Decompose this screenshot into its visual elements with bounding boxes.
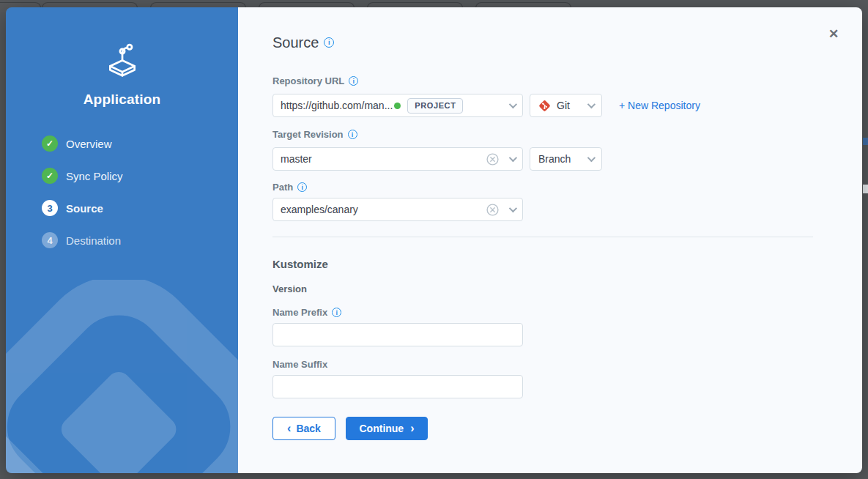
repository-url-input[interactable]: https://github.com/man... PROJECT xyxy=(272,94,523,117)
step-label: Source xyxy=(66,202,103,215)
revision-type-select[interactable]: Branch xyxy=(530,147,602,171)
version-label: Version xyxy=(272,283,862,294)
clear-icon[interactable] xyxy=(486,153,499,166)
chevron-down-icon[interactable] xyxy=(509,154,517,162)
step-number: 3 xyxy=(42,200,58,216)
continue-button[interactable]: Continue › xyxy=(346,417,428,440)
repository-url-value: https://github.com/man... xyxy=(281,100,393,111)
chevron-down-icon xyxy=(587,154,596,162)
project-badge: PROJECT xyxy=(407,98,463,114)
name-suffix-label: Name Suffix xyxy=(272,359,327,370)
info-icon[interactable]: i xyxy=(332,308,341,317)
source-panel: ✕ Source i Repository URL i https://gith… xyxy=(238,7,862,473)
path-input-box[interactable] xyxy=(272,198,523,221)
back-button[interactable]: ‹ Back xyxy=(272,417,335,440)
backdrop-fragment xyxy=(863,138,868,145)
continue-button-label: Continue xyxy=(360,423,404,434)
section-divider xyxy=(272,237,813,237)
info-icon[interactable]: i xyxy=(349,76,358,86)
chevron-left-icon: ‹ xyxy=(287,422,291,435)
name-suffix-input[interactable] xyxy=(281,381,515,393)
repo-type-select[interactable]: Git xyxy=(530,94,602,117)
background-tab-strip xyxy=(0,0,868,7)
application-wizard-modal: Application ✓ Overview ✓ Sync Policy 3 S… xyxy=(6,7,862,473)
wizard-steps: ✓ Overview ✓ Sync Policy 3 Source 4 Dest… xyxy=(42,127,238,256)
repo-connected-dot-icon xyxy=(394,103,401,109)
check-icon: ✓ xyxy=(42,135,58,152)
repository-url-label: Repository URL xyxy=(272,75,344,86)
page-title: Source xyxy=(272,34,319,51)
target-revision-input-box[interactable] xyxy=(272,147,523,171)
step-label: Sync Policy xyxy=(66,170,123,182)
name-prefix-input-box[interactable] xyxy=(272,323,523,346)
step-label: Overview xyxy=(66,138,112,150)
close-icon[interactable]: ✕ xyxy=(827,28,840,41)
step-number: 4 xyxy=(42,232,58,248)
clear-icon[interactable] xyxy=(486,204,499,216)
argo-watermark-pattern xyxy=(6,280,238,473)
path-label: Path xyxy=(272,182,293,193)
step-sync-policy[interactable]: ✓ Sync Policy xyxy=(42,160,238,192)
new-repository-link[interactable]: + New Repository xyxy=(619,100,700,111)
step-destination[interactable]: 4 Destination xyxy=(42,224,238,256)
info-icon[interactable]: i xyxy=(324,37,334,48)
kustomize-heading: Kustomize xyxy=(272,258,862,270)
target-revision-input[interactable] xyxy=(281,153,486,165)
name-suffix-input-box[interactable] xyxy=(272,375,523,398)
back-button-label: Back xyxy=(296,423,320,434)
step-label: Destination xyxy=(66,234,121,247)
chevron-down-icon[interactable] xyxy=(509,100,517,108)
wizard-sidebar: Application ✓ Overview ✓ Sync Policy 3 S… xyxy=(6,7,238,473)
chevron-right-icon: › xyxy=(410,422,414,435)
wizard-title: Application xyxy=(6,92,238,108)
path-input[interactable] xyxy=(281,204,486,215)
name-prefix-label: Name Prefix xyxy=(272,307,327,318)
step-source[interactable]: 3 Source xyxy=(42,192,238,224)
backdrop-fragment xyxy=(863,185,868,193)
application-box-icon xyxy=(103,42,141,80)
step-overview[interactable]: ✓ Overview xyxy=(42,127,238,160)
target-revision-label: Target Revision xyxy=(272,129,344,140)
check-icon: ✓ xyxy=(42,168,58,184)
info-icon[interactable]: i xyxy=(348,130,357,139)
chevron-down-icon[interactable] xyxy=(509,204,517,212)
git-icon xyxy=(538,100,551,112)
repo-type-value: Git xyxy=(557,100,570,111)
revision-type-value: Branch xyxy=(538,153,571,165)
info-icon[interactable]: i xyxy=(297,182,307,192)
chevron-down-icon xyxy=(587,100,596,108)
name-prefix-input[interactable] xyxy=(281,329,515,341)
